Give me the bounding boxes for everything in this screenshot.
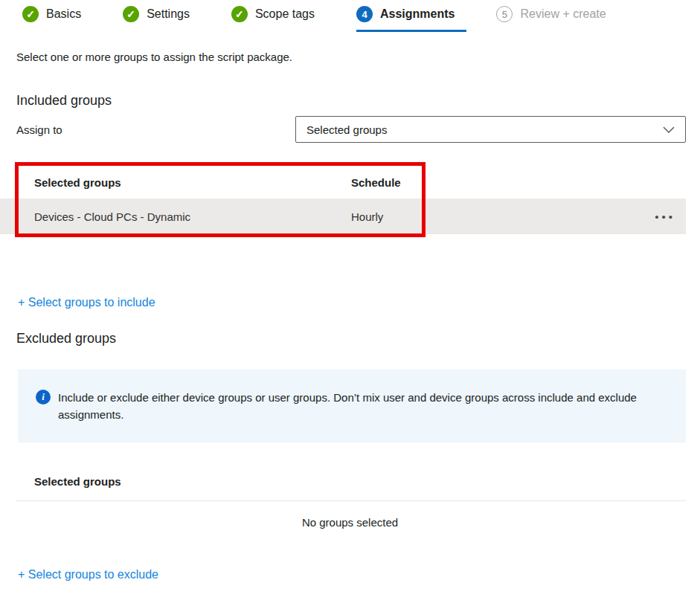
tab-scope-tags[interactable]: ✓ Scope tags: [231, 6, 327, 32]
info-banner: i Include or exclude either device group…: [18, 370, 686, 442]
tab-label: Review + create: [520, 7, 606, 21]
tab-settings[interactable]: ✓ Settings: [123, 6, 202, 32]
dropdown-selected-value: Selected groups: [306, 123, 387, 136]
table-header-row: Selected groups Schedule: [0, 166, 700, 199]
table-row: Devices - Cloud PCs - Dynamic Hourly •••: [0, 199, 686, 234]
chevron-down-icon: [663, 126, 675, 133]
check-icon: ✓: [22, 6, 39, 22]
assign-to-row: Assign to Selected groups: [16, 116, 686, 143]
select-groups-to-exclude-link[interactable]: + Select groups to exclude: [18, 568, 158, 581]
page-description: Select one or more groups to assign the …: [16, 51, 700, 63]
tab-assignments[interactable]: 4 Assignments: [356, 6, 466, 32]
tab-label: Basics: [46, 7, 81, 21]
excluded-groups-heading: Excluded groups: [16, 331, 700, 346]
step-number-icon: 5: [496, 6, 513, 22]
group-name-cell: Devices - Cloud PCs - Dynamic: [34, 210, 351, 223]
schedule-cell: Hourly: [351, 210, 383, 223]
excluded-table-header: Selected groups: [34, 475, 700, 488]
check-icon: ✓: [123, 6, 139, 22]
included-groups-table: Selected groups Schedule Devices - Cloud…: [0, 166, 700, 234]
tab-label: Scope tags: [255, 7, 315, 21]
info-banner-text: Include or exclude either device groups …: [58, 389, 653, 423]
more-options-icon[interactable]: •••: [655, 211, 686, 222]
table-divider: [16, 500, 686, 501]
column-header-schedule: Schedule: [351, 176, 401, 189]
tab-review-create[interactable]: 5 Review + create: [496, 6, 617, 32]
column-header-selected-groups: Selected groups: [34, 176, 351, 189]
assign-to-dropdown[interactable]: Selected groups: [295, 116, 686, 143]
empty-state-text: No groups selected: [0, 516, 700, 529]
wizard-tabs: ✓ Basics ✓ Settings ✓ Scope tags 4 Assig…: [0, 0, 700, 32]
check-icon: ✓: [231, 6, 248, 22]
tab-label: Settings: [147, 7, 190, 21]
tab-label: Assignments: [380, 7, 455, 21]
included-groups-heading: Included groups: [16, 93, 700, 109]
tab-basics[interactable]: ✓ Basics: [22, 6, 93, 32]
info-icon: i: [36, 390, 51, 404]
step-number-icon: 4: [356, 6, 373, 22]
assign-to-label: Assign to: [16, 123, 295, 136]
select-groups-to-include-link[interactable]: + Select groups to include: [18, 296, 155, 309]
